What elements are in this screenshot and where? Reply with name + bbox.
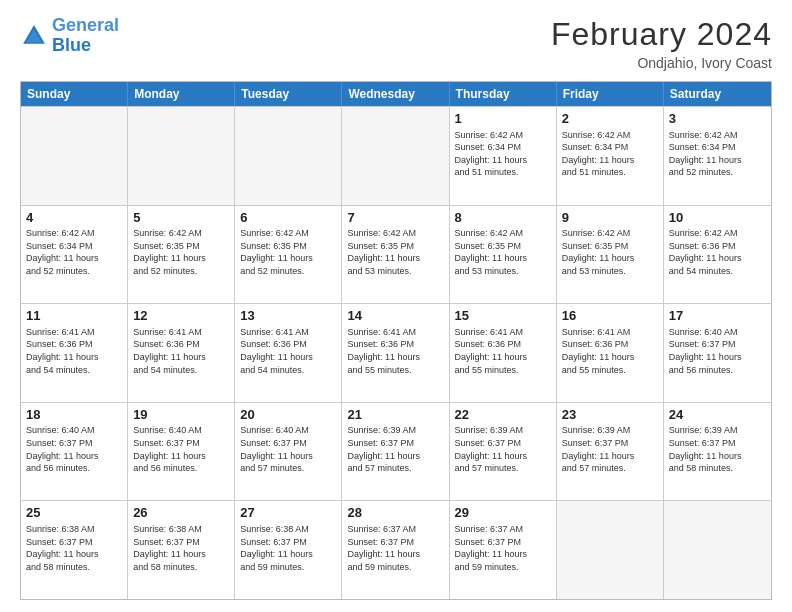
- calendar-cell: 20Sunrise: 6:40 AM Sunset: 6:37 PM Dayli…: [235, 403, 342, 501]
- calendar-day-header: Thursday: [450, 82, 557, 106]
- day-number: 3: [669, 111, 766, 127]
- day-number: 19: [133, 407, 229, 423]
- calendar-cell: 14Sunrise: 6:41 AM Sunset: 6:36 PM Dayli…: [342, 304, 449, 402]
- day-info: Sunrise: 6:40 AM Sunset: 6:37 PM Dayligh…: [133, 424, 229, 474]
- calendar-cell: 11Sunrise: 6:41 AM Sunset: 6:36 PM Dayli…: [21, 304, 128, 402]
- calendar-day-header: Monday: [128, 82, 235, 106]
- day-info: Sunrise: 6:42 AM Sunset: 6:34 PM Dayligh…: [562, 129, 658, 179]
- calendar-cell: 19Sunrise: 6:40 AM Sunset: 6:37 PM Dayli…: [128, 403, 235, 501]
- day-info: Sunrise: 6:39 AM Sunset: 6:37 PM Dayligh…: [347, 424, 443, 474]
- day-number: 29: [455, 505, 551, 521]
- calendar-cell: [21, 107, 128, 205]
- day-info: Sunrise: 6:40 AM Sunset: 6:37 PM Dayligh…: [26, 424, 122, 474]
- calendar-day-header: Friday: [557, 82, 664, 106]
- day-info: Sunrise: 6:41 AM Sunset: 6:36 PM Dayligh…: [455, 326, 551, 376]
- day-info: Sunrise: 6:42 AM Sunset: 6:35 PM Dayligh…: [347, 227, 443, 277]
- calendar-cell: [664, 501, 771, 599]
- day-number: 20: [240, 407, 336, 423]
- calendar-row: 4Sunrise: 6:42 AM Sunset: 6:34 PM Daylig…: [21, 205, 771, 304]
- day-info: Sunrise: 6:41 AM Sunset: 6:36 PM Dayligh…: [240, 326, 336, 376]
- day-info: Sunrise: 6:40 AM Sunset: 6:37 PM Dayligh…: [669, 326, 766, 376]
- day-info: Sunrise: 6:41 AM Sunset: 6:36 PM Dayligh…: [26, 326, 122, 376]
- calendar-cell: 21Sunrise: 6:39 AM Sunset: 6:37 PM Dayli…: [342, 403, 449, 501]
- day-number: 2: [562, 111, 658, 127]
- day-number: 17: [669, 308, 766, 324]
- day-number: 16: [562, 308, 658, 324]
- day-number: 22: [455, 407, 551, 423]
- subtitle: Ondjahio, Ivory Coast: [551, 55, 772, 71]
- calendar: SundayMondayTuesdayWednesdayThursdayFrid…: [20, 81, 772, 600]
- calendar-day-header: Saturday: [664, 82, 771, 106]
- day-number: 10: [669, 210, 766, 226]
- day-number: 8: [455, 210, 551, 226]
- calendar-cell: 1Sunrise: 6:42 AM Sunset: 6:34 PM Daylig…: [450, 107, 557, 205]
- calendar-cell: [342, 107, 449, 205]
- day-number: 21: [347, 407, 443, 423]
- header: General Blue February 2024 Ondjahio, Ivo…: [20, 16, 772, 71]
- calendar-day-header: Tuesday: [235, 82, 342, 106]
- day-number: 23: [562, 407, 658, 423]
- day-info: Sunrise: 6:42 AM Sunset: 6:35 PM Dayligh…: [240, 227, 336, 277]
- day-info: Sunrise: 6:41 AM Sunset: 6:36 PM Dayligh…: [133, 326, 229, 376]
- day-info: Sunrise: 6:37 AM Sunset: 6:37 PM Dayligh…: [347, 523, 443, 573]
- calendar-cell: 28Sunrise: 6:37 AM Sunset: 6:37 PM Dayli…: [342, 501, 449, 599]
- day-info: Sunrise: 6:38 AM Sunset: 6:37 PM Dayligh…: [240, 523, 336, 573]
- logo-icon: [20, 22, 48, 50]
- day-info: Sunrise: 6:42 AM Sunset: 6:35 PM Dayligh…: [562, 227, 658, 277]
- day-number: 15: [455, 308, 551, 324]
- day-info: Sunrise: 6:42 AM Sunset: 6:34 PM Dayligh…: [455, 129, 551, 179]
- day-info: Sunrise: 6:39 AM Sunset: 6:37 PM Dayligh…: [562, 424, 658, 474]
- day-number: 12: [133, 308, 229, 324]
- day-info: Sunrise: 6:38 AM Sunset: 6:37 PM Dayligh…: [26, 523, 122, 573]
- calendar-cell: 27Sunrise: 6:38 AM Sunset: 6:37 PM Dayli…: [235, 501, 342, 599]
- calendar-cell: 13Sunrise: 6:41 AM Sunset: 6:36 PM Dayli…: [235, 304, 342, 402]
- day-info: Sunrise: 6:38 AM Sunset: 6:37 PM Dayligh…: [133, 523, 229, 573]
- calendar-cell: 8Sunrise: 6:42 AM Sunset: 6:35 PM Daylig…: [450, 206, 557, 304]
- day-info: Sunrise: 6:40 AM Sunset: 6:37 PM Dayligh…: [240, 424, 336, 474]
- calendar-cell: 17Sunrise: 6:40 AM Sunset: 6:37 PM Dayli…: [664, 304, 771, 402]
- calendar-body: 1Sunrise: 6:42 AM Sunset: 6:34 PM Daylig…: [21, 106, 771, 599]
- day-info: Sunrise: 6:39 AM Sunset: 6:37 PM Dayligh…: [455, 424, 551, 474]
- day-info: Sunrise: 6:42 AM Sunset: 6:35 PM Dayligh…: [455, 227, 551, 277]
- calendar-cell: 4Sunrise: 6:42 AM Sunset: 6:34 PM Daylig…: [21, 206, 128, 304]
- day-number: 27: [240, 505, 336, 521]
- calendar-day-header: Sunday: [21, 82, 128, 106]
- calendar-cell: 23Sunrise: 6:39 AM Sunset: 6:37 PM Dayli…: [557, 403, 664, 501]
- calendar-cell: 29Sunrise: 6:37 AM Sunset: 6:37 PM Dayli…: [450, 501, 557, 599]
- calendar-header: SundayMondayTuesdayWednesdayThursdayFrid…: [21, 82, 771, 106]
- calendar-cell: 6Sunrise: 6:42 AM Sunset: 6:35 PM Daylig…: [235, 206, 342, 304]
- day-number: 25: [26, 505, 122, 521]
- calendar-cell: [235, 107, 342, 205]
- day-info: Sunrise: 6:42 AM Sunset: 6:34 PM Dayligh…: [669, 129, 766, 179]
- calendar-cell: 26Sunrise: 6:38 AM Sunset: 6:37 PM Dayli…: [128, 501, 235, 599]
- calendar-cell: 16Sunrise: 6:41 AM Sunset: 6:36 PM Dayli…: [557, 304, 664, 402]
- calendar-row: 11Sunrise: 6:41 AM Sunset: 6:36 PM Dayli…: [21, 303, 771, 402]
- title-block: February 2024 Ondjahio, Ivory Coast: [551, 16, 772, 71]
- calendar-row: 25Sunrise: 6:38 AM Sunset: 6:37 PM Dayli…: [21, 500, 771, 599]
- day-number: 26: [133, 505, 229, 521]
- calendar-cell: 9Sunrise: 6:42 AM Sunset: 6:35 PM Daylig…: [557, 206, 664, 304]
- day-info: Sunrise: 6:37 AM Sunset: 6:37 PM Dayligh…: [455, 523, 551, 573]
- day-number: 1: [455, 111, 551, 127]
- calendar-cell: 25Sunrise: 6:38 AM Sunset: 6:37 PM Dayli…: [21, 501, 128, 599]
- calendar-cell: 18Sunrise: 6:40 AM Sunset: 6:37 PM Dayli…: [21, 403, 128, 501]
- calendar-cell: 22Sunrise: 6:39 AM Sunset: 6:37 PM Dayli…: [450, 403, 557, 501]
- calendar-cell: 10Sunrise: 6:42 AM Sunset: 6:36 PM Dayli…: [664, 206, 771, 304]
- calendar-cell: 24Sunrise: 6:39 AM Sunset: 6:37 PM Dayli…: [664, 403, 771, 501]
- day-info: Sunrise: 6:42 AM Sunset: 6:36 PM Dayligh…: [669, 227, 766, 277]
- day-number: 6: [240, 210, 336, 226]
- day-number: 13: [240, 308, 336, 324]
- page: General Blue February 2024 Ondjahio, Ivo…: [0, 0, 792, 612]
- day-info: Sunrise: 6:42 AM Sunset: 6:34 PM Dayligh…: [26, 227, 122, 277]
- calendar-cell: [128, 107, 235, 205]
- day-number: 7: [347, 210, 443, 226]
- main-title: February 2024: [551, 16, 772, 53]
- day-number: 24: [669, 407, 766, 423]
- calendar-cell: 2Sunrise: 6:42 AM Sunset: 6:34 PM Daylig…: [557, 107, 664, 205]
- day-info: Sunrise: 6:41 AM Sunset: 6:36 PM Dayligh…: [562, 326, 658, 376]
- day-number: 18: [26, 407, 122, 423]
- calendar-cell: 7Sunrise: 6:42 AM Sunset: 6:35 PM Daylig…: [342, 206, 449, 304]
- day-number: 9: [562, 210, 658, 226]
- day-info: Sunrise: 6:42 AM Sunset: 6:35 PM Dayligh…: [133, 227, 229, 277]
- day-number: 14: [347, 308, 443, 324]
